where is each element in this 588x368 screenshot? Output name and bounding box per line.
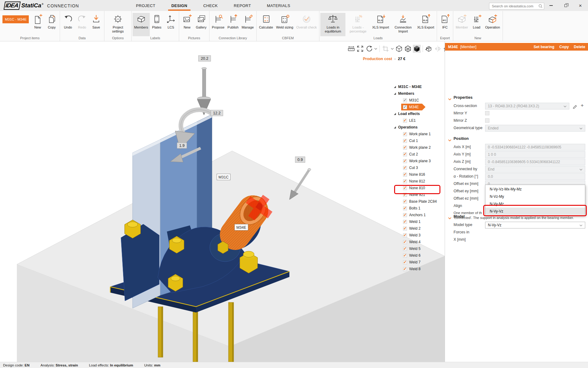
- checkbox-icon[interactable]: [403, 206, 407, 210]
- ribbon-button-publish[interactable]: Publish: [226, 13, 240, 36]
- rotate-icon[interactable]: [365, 45, 373, 53]
- ribbon-button-load[interactable]: Load: [469, 13, 484, 36]
- ribbon-button-propose[interactable]: Propose: [210, 13, 226, 36]
- measure-icon[interactable]: [347, 45, 355, 53]
- tab-project[interactable]: PROJECT: [128, 0, 163, 11]
- section-collapse-icon[interactable]: [448, 96, 451, 102]
- tree-item-none-812[interactable]: None 812: [394, 178, 443, 185]
- tree-item-none-810[interactable]: None 810: [394, 185, 443, 191]
- tree-item-weld-1[interactable]: Weld 1: [394, 218, 443, 225]
- tree-item-m31c[interactable]: M31C: [394, 97, 443, 104]
- tree-item-work-plane-1[interactable]: Work plane 1: [394, 131, 443, 137]
- checkbox-icon[interactable]: [403, 193, 407, 197]
- tab-design[interactable]: DESIGN: [163, 0, 195, 11]
- tree-item-weld-6[interactable]: Weld 6: [394, 252, 443, 259]
- ribbon-button-members[interactable]: Members: [133, 13, 150, 36]
- checkbox-icon[interactable]: [403, 139, 407, 143]
- checkbox-icon[interactable]: [403, 166, 407, 170]
- ribbon-button-gallery[interactable]: Gallery: [194, 13, 208, 36]
- tree-item-weld-4[interactable]: Weld 4: [394, 239, 443, 245]
- chevron-down-icon[interactable]: [374, 45, 378, 53]
- section-collapse-icon[interactable]: [448, 215, 451, 220]
- checkbox-icon[interactable]: [403, 152, 407, 156]
- ribbon-button-loads-in-equilibrium[interactable]: Loads in equilibrium: [320, 13, 345, 36]
- tree-item-weld-8[interactable]: Weld 8: [394, 266, 443, 272]
- tree-item-m34e[interactable]: M34E: [394, 104, 443, 110]
- ribbon-button-copy[interactable]: Copy: [45, 13, 59, 36]
- dropdown-option-n-vz-my[interactable]: N-Vz-My: [485, 193, 585, 200]
- ribbon-button-ifc[interactable]: IFCIFC: [438, 13, 452, 36]
- checkbox-icon[interactable]: [403, 132, 407, 136]
- close-button[interactable]: ×: [577, 2, 584, 9]
- ribbon-button-lcs[interactable]: LCS: [164, 13, 178, 36]
- ribbon-button-xls-import[interactable]: XLSXLS Import: [371, 13, 390, 36]
- tree-group-members[interactable]: Members: [394, 90, 443, 97]
- ribbon-button-plates[interactable]: Plates: [150, 13, 164, 36]
- viewport-3d[interactable]: 20.2 12.2 1.9 0.9 M31C M34E: [0, 41, 445, 362]
- checkbox-icon[interactable]: [403, 240, 407, 244]
- ribbon-button-connection-import[interactable]: Connection Import: [390, 13, 416, 36]
- checkbox-icon[interactable]: [403, 233, 407, 237]
- panel-action-set-bearing[interactable]: Set bearing: [533, 45, 554, 49]
- tab-report[interactable]: REPORT: [226, 0, 259, 11]
- chevron-down-icon[interactable]: [390, 45, 394, 53]
- cube-solid-icon[interactable]: [413, 45, 421, 53]
- fit-view-icon[interactable]: [356, 45, 364, 53]
- tree-item-work-plane-3[interactable]: Work plane 3: [394, 158, 443, 164]
- add-cross-section-icon[interactable]: +: [579, 102, 585, 109]
- edit-cross-section-icon[interactable]: [572, 103, 578, 109]
- tree-group-operations[interactable]: Operations: [394, 124, 443, 131]
- checkbox-icon[interactable]: [403, 159, 407, 163]
- expander-icon[interactable]: [394, 93, 396, 95]
- ribbon-button-calculate[interactable]: + −× ÷Calculate: [258, 13, 275, 36]
- checkbox-icon[interactable]: [403, 254, 407, 258]
- tree-item-weld-2[interactable]: Weld 2: [394, 225, 443, 232]
- tab-check[interactable]: CHECK: [195, 0, 226, 11]
- ribbon-button-project-settings[interactable]: </>Project settings: [105, 13, 130, 36]
- ribbon-button-xls-export[interactable]: XLSXLS Export: [416, 13, 436, 36]
- selected-item-band[interactable]: M34E: [401, 104, 425, 110]
- ribbon-button-operation[interactable]: Operation: [484, 13, 501, 36]
- checkbox-icon[interactable]: [403, 179, 407, 183]
- tree-item-cut-3[interactable]: Cut 3: [394, 164, 443, 171]
- expander-icon[interactable]: [394, 113, 396, 115]
- checkbox-icon[interactable]: [403, 186, 407, 190]
- ribbon-button-new[interactable]: New: [31, 13, 45, 36]
- checkbox-icon[interactable]: [403, 119, 407, 123]
- cube-transparent-icon[interactable]: [404, 45, 412, 53]
- tree-item-base-plate-2c84[interactable]: Base Plate 2C84: [394, 198, 443, 205]
- tree-item-weld-7[interactable]: Weld 7: [394, 259, 443, 266]
- checkbox-icon[interactable]: [403, 173, 407, 177]
- ribbon-button-manage[interactable]: Manage: [240, 13, 255, 36]
- tree-item-work-plane-2[interactable]: Work plane 2: [394, 144, 443, 151]
- clip-plane-icon[interactable]: [425, 45, 433, 53]
- tree-item-weld-5[interactable]: Weld 5: [394, 245, 443, 252]
- section-collapse-icon[interactable]: [448, 137, 451, 143]
- tree-item-cut-2[interactable]: Cut 2: [394, 151, 443, 158]
- panel-action-copy[interactable]: Copy: [559, 45, 569, 49]
- tree-item-le1[interactable]: LE1: [394, 117, 443, 124]
- checkbox-icon[interactable]: [403, 213, 407, 217]
- tree-group-load-effects[interactable]: Load effects: [394, 110, 443, 117]
- cube-wire-icon[interactable]: [395, 45, 403, 53]
- expander-icon[interactable]: [394, 126, 396, 128]
- dropdown-option-n-vy-vz[interactable]: N-Vy-Vz: [485, 208, 585, 215]
- dropdown-option-n-vy-mz[interactable]: N-Vy-Mz: [485, 200, 585, 208]
- checkbox-icon[interactable]: [403, 267, 407, 271]
- ribbon-button-weld-sizing[interactable]: + −× ÷Weld sizing: [275, 13, 295, 36]
- checkbox-icon[interactable]: [403, 98, 407, 102]
- select-model-type[interactable]: N-Vy-Vz: [485, 222, 585, 228]
- tree-item-bolts-1[interactable]: Bolts 1: [394, 205, 443, 212]
- panel-action-delete[interactable]: Delete: [574, 45, 585, 49]
- expander-icon[interactable]: [394, 86, 396, 88]
- restore-button[interactable]: [562, 2, 569, 9]
- checkbox-icon[interactable]: [403, 200, 407, 204]
- ribbon-button-new[interactable]: New: [180, 13, 194, 36]
- dropdown-option-n-vy-vz-mx-my-mz[interactable]: N-Vy-Vz-Mx-My-Mz: [485, 186, 585, 193]
- checkbox-icon[interactable]: [403, 227, 407, 231]
- ribbon-button-undo[interactable]: Undo: [61, 13, 75, 36]
- tree-item-cut-1[interactable]: Cut 1: [394, 137, 443, 144]
- minimize-button[interactable]: [548, 2, 554, 9]
- checkbox-icon[interactable]: [403, 247, 407, 251]
- checkbox-icon[interactable]: [403, 260, 407, 264]
